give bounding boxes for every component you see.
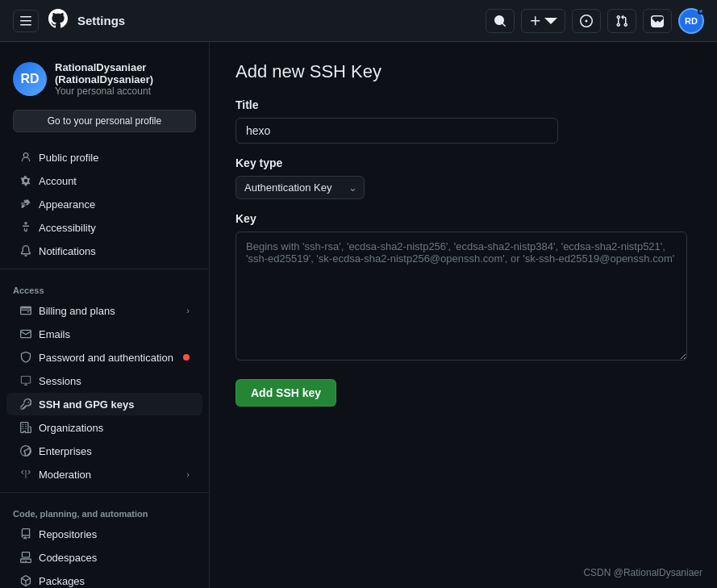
building-icon bbox=[19, 421, 32, 434]
sidebar-item-sessions[interactable]: Sessions bbox=[6, 369, 202, 392]
sidebar-label-codespaces: Codespaces bbox=[39, 552, 190, 564]
code-section-label: Code, planning, and automation bbox=[0, 499, 209, 522]
sidebar-label-account: Account bbox=[39, 175, 190, 187]
key-type-form-group: Key type Authentication Key Signing Key bbox=[236, 156, 691, 199]
github-logo bbox=[48, 9, 68, 33]
user-avatar[interactable]: RD bbox=[678, 8, 704, 34]
sidebar-item-appearance[interactable]: Appearance bbox=[6, 193, 202, 215]
sidebar-item-billing[interactable]: Billing and plans › bbox=[6, 299, 202, 322]
moderation-chevron-icon: › bbox=[186, 469, 190, 479]
brush-icon bbox=[19, 198, 32, 211]
sidebar-subtext: Your personal account bbox=[55, 85, 196, 97]
sidebar-label-billing: Billing and plans bbox=[39, 305, 180, 317]
sidebar-label-repositories: Repositories bbox=[39, 528, 190, 540]
inbox-button[interactable] bbox=[643, 9, 672, 33]
add-ssh-key-button[interactable]: Add SSH key bbox=[236, 379, 336, 407]
page-title: Add new SSH Key bbox=[236, 61, 691, 82]
title-form-group: Title bbox=[236, 98, 691, 144]
sidebar-label-moderation: Moderation bbox=[39, 469, 180, 481]
sidebar-item-notifications[interactable]: Notifications bbox=[6, 240, 202, 262]
sidebar-item-packages[interactable]: Packages bbox=[6, 569, 202, 588]
person-icon bbox=[19, 151, 32, 164]
create-button[interactable] bbox=[521, 9, 565, 33]
issues-button[interactable] bbox=[572, 9, 601, 33]
shield-icon bbox=[19, 351, 32, 364]
hamburger-button[interactable] bbox=[13, 10, 39, 32]
sidebar: RD RationalDysaniaer (RationalDysaniaer)… bbox=[0, 42, 210, 588]
sidebar-item-organizations[interactable]: Organizations bbox=[6, 416, 202, 439]
sidebar-label-emails: Emails bbox=[39, 328, 190, 340]
package-icon bbox=[19, 574, 32, 587]
title-label: Title bbox=[236, 98, 691, 111]
sidebar-label-public-profile: Public profile bbox=[39, 152, 190, 164]
sidebar-label-ssh-gpg: SSH and GPG keys bbox=[39, 398, 190, 411]
sidebar-divider-2 bbox=[0, 492, 209, 493]
credit-card-icon bbox=[19, 304, 32, 317]
search-button[interactable] bbox=[486, 9, 515, 33]
repo-icon bbox=[19, 528, 32, 540]
sidebar-label-password-auth: Password and authentication bbox=[39, 352, 177, 364]
sidebar-item-enterprises[interactable]: Enterprises bbox=[6, 440, 202, 462]
sidebar-label-notifications: Notifications bbox=[39, 245, 190, 257]
report-icon bbox=[19, 468, 32, 481]
key-label: Key bbox=[236, 212, 691, 225]
sidebar-item-ssh-gpg[interactable]: SSH and GPG keys bbox=[6, 393, 202, 415]
mail-icon bbox=[19, 327, 32, 340]
bell-icon bbox=[19, 244, 32, 257]
sidebar-label-accessibility: Accessibility bbox=[39, 222, 190, 234]
pull-requests-button[interactable] bbox=[607, 9, 636, 33]
key-icon bbox=[19, 398, 32, 411]
settings-label: Settings bbox=[77, 14, 125, 27]
codespace-icon bbox=[19, 551, 32, 564]
sidebar-label-packages: Packages bbox=[39, 575, 190, 587]
sidebar-item-password-auth[interactable]: Password and authentication bbox=[6, 346, 202, 369]
billing-chevron-icon: › bbox=[186, 306, 190, 315]
sidebar-item-codespaces[interactable]: Codespaces bbox=[6, 546, 202, 569]
password-auth-dot bbox=[183, 354, 190, 361]
gear-icon bbox=[19, 174, 32, 187]
main-content: Add new SSH Key Title Key type Authentic… bbox=[210, 42, 717, 588]
sidebar-item-accessibility[interactable]: Accessibility bbox=[6, 216, 202, 239]
profile-info: RationalDysaniaer (RationalDysaniaer) Yo… bbox=[55, 61, 196, 97]
sidebar-item-emails[interactable]: Emails bbox=[6, 323, 202, 345]
sidebar-item-moderation[interactable]: Moderation › bbox=[6, 463, 202, 486]
key-type-select-wrapper: Authentication Key Signing Key bbox=[236, 176, 365, 199]
main-layout: RD RationalDysaniaer (RationalDysaniaer)… bbox=[0, 42, 717, 588]
sidebar-label-sessions: Sessions bbox=[39, 375, 190, 387]
key-type-label: Key type bbox=[236, 156, 691, 169]
sidebar-avatar: RD bbox=[13, 62, 47, 96]
title-input[interactable] bbox=[236, 118, 558, 144]
key-type-select[interactable]: Authentication Key Signing Key bbox=[236, 176, 365, 199]
sidebar-item-public-profile[interactable]: Public profile bbox=[6, 146, 202, 169]
accessibility-icon bbox=[19, 221, 32, 234]
sidebar-label-organizations: Organizations bbox=[39, 422, 190, 434]
goto-profile-button[interactable]: Go to your personal profile bbox=[13, 110, 196, 132]
topnav-right: RD bbox=[486, 8, 704, 34]
sidebar-divider-1 bbox=[0, 269, 209, 269]
globe-icon bbox=[19, 444, 32, 457]
sidebar-item-repositories[interactable]: Repositories bbox=[6, 523, 202, 545]
key-textarea[interactable] bbox=[236, 231, 687, 361]
notification-dot bbox=[698, 8, 704, 15]
device-icon bbox=[19, 374, 32, 387]
topnav-left: Settings bbox=[13, 9, 476, 33]
key-form-group: Key bbox=[236, 212, 691, 363]
sidebar-item-account[interactable]: Account bbox=[6, 169, 202, 192]
access-section-label: Access bbox=[0, 276, 209, 298]
watermark: CSDN @RationalDysaniaer bbox=[583, 567, 702, 578]
profile-section: RD RationalDysaniaer (RationalDysaniaer)… bbox=[0, 55, 209, 110]
sidebar-label-appearance: Appearance bbox=[39, 198, 190, 211]
sidebar-label-enterprises: Enterprises bbox=[39, 445, 190, 457]
sidebar-username: RationalDysaniaer (RationalDysaniaer) bbox=[55, 61, 196, 85]
top-navigation: Settings RD bbox=[0, 0, 717, 42]
